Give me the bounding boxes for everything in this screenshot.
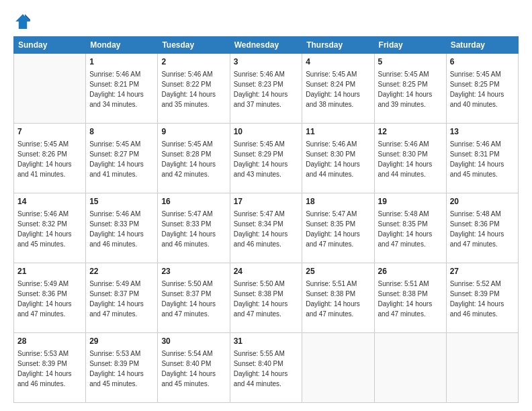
calendar-header-sunday: Sunday	[14, 37, 86, 54]
day-number: 5	[378, 56, 443, 68]
calendar-cell	[374, 333, 446, 403]
day-info: Sunrise: 5:46 AM Sunset: 8:21 PM Dayligh…	[89, 69, 154, 109]
calendar-cell: 28Sunrise: 5:53 AM Sunset: 8:39 PM Dayli…	[14, 333, 86, 403]
day-info: Sunrise: 5:46 AM Sunset: 8:31 PM Dayligh…	[450, 139, 515, 179]
day-number: 8	[89, 126, 154, 138]
header	[13, 12, 519, 31]
day-info: Sunrise: 5:46 AM Sunset: 8:22 PM Dayligh…	[161, 69, 226, 109]
day-info: Sunrise: 5:50 AM Sunset: 8:38 PM Dayligh…	[234, 279, 299, 319]
calendar-cell: 26Sunrise: 5:51 AM Sunset: 8:38 PM Dayli…	[374, 263, 446, 333]
day-info: Sunrise: 5:47 AM Sunset: 8:34 PM Dayligh…	[234, 209, 299, 249]
calendar-cell: 16Sunrise: 5:47 AM Sunset: 8:33 PM Dayli…	[158, 193, 230, 263]
day-info: Sunrise: 5:45 AM Sunset: 8:25 PM Dayligh…	[450, 69, 515, 109]
day-number: 11	[306, 126, 370, 138]
day-info: Sunrise: 5:53 AM Sunset: 8:39 PM Dayligh…	[17, 349, 82, 389]
calendar: SundayMondayTuesdayWednesdayThursdayFrid…	[13, 36, 519, 403]
calendar-cell: 22Sunrise: 5:49 AM Sunset: 8:37 PM Dayli…	[86, 263, 158, 333]
day-number: 19	[378, 196, 443, 208]
calendar-cell: 10Sunrise: 5:45 AM Sunset: 8:29 PM Dayli…	[230, 124, 302, 193]
day-info: Sunrise: 5:45 AM Sunset: 8:28 PM Dayligh…	[161, 139, 226, 179]
calendar-cell: 1Sunrise: 5:46 AM Sunset: 8:21 PM Daylig…	[86, 54, 158, 124]
calendar-header-friday: Friday	[374, 37, 446, 54]
day-number: 10	[234, 126, 299, 138]
day-info: Sunrise: 5:53 AM Sunset: 8:39 PM Dayligh…	[89, 349, 154, 389]
calendar-cell: 5Sunrise: 5:45 AM Sunset: 8:25 PM Daylig…	[374, 54, 446, 124]
calendar-cell: 7Sunrise: 5:45 AM Sunset: 8:26 PM Daylig…	[14, 124, 86, 193]
calendar-cell: 8Sunrise: 5:45 AM Sunset: 8:27 PM Daylig…	[86, 124, 158, 193]
day-number: 29	[89, 336, 154, 347]
day-number: 18	[306, 196, 370, 208]
calendar-header-tuesday: Tuesday	[158, 37, 230, 54]
day-info: Sunrise: 5:45 AM Sunset: 8:29 PM Dayligh…	[234, 139, 299, 179]
day-number: 20	[450, 196, 515, 208]
calendar-header-saturday: Saturday	[446, 37, 518, 54]
day-number: 7	[17, 126, 82, 138]
day-number: 12	[378, 126, 443, 138]
day-info: Sunrise: 5:50 AM Sunset: 8:37 PM Dayligh…	[161, 279, 226, 319]
day-info: Sunrise: 5:49 AM Sunset: 8:37 PM Dayligh…	[89, 279, 154, 319]
day-info: Sunrise: 5:48 AM Sunset: 8:36 PM Dayligh…	[450, 209, 515, 249]
day-info: Sunrise: 5:47 AM Sunset: 8:35 PM Dayligh…	[306, 209, 370, 249]
day-info: Sunrise: 5:51 AM Sunset: 8:38 PM Dayligh…	[378, 279, 443, 319]
day-number: 16	[161, 196, 226, 208]
day-info: Sunrise: 5:45 AM Sunset: 8:27 PM Dayligh…	[89, 139, 154, 179]
day-info: Sunrise: 5:54 AM Sunset: 8:40 PM Dayligh…	[161, 349, 226, 389]
calendar-cell	[446, 333, 518, 403]
calendar-week-4: 21Sunrise: 5:49 AM Sunset: 8:36 PM Dayli…	[14, 263, 519, 333]
day-info: Sunrise: 5:46 AM Sunset: 8:30 PM Dayligh…	[378, 139, 443, 179]
day-info: Sunrise: 5:46 AM Sunset: 8:33 PM Dayligh…	[89, 209, 154, 249]
calendar-week-2: 7Sunrise: 5:45 AM Sunset: 8:26 PM Daylig…	[14, 124, 519, 193]
day-number: 17	[234, 196, 299, 208]
calendar-cell: 27Sunrise: 5:52 AM Sunset: 8:39 PM Dayli…	[446, 263, 518, 333]
day-number: 6	[450, 56, 515, 68]
calendar-cell: 17Sunrise: 5:47 AM Sunset: 8:34 PM Dayli…	[230, 193, 302, 263]
calendar-cell: 6Sunrise: 5:45 AM Sunset: 8:25 PM Daylig…	[446, 54, 518, 124]
calendar-cell: 20Sunrise: 5:48 AM Sunset: 8:36 PM Dayli…	[446, 193, 518, 263]
day-number: 21	[17, 266, 82, 277]
calendar-cell: 21Sunrise: 5:49 AM Sunset: 8:36 PM Dayli…	[14, 263, 86, 333]
day-info: Sunrise: 5:48 AM Sunset: 8:35 PM Dayligh…	[378, 209, 443, 249]
day-info: Sunrise: 5:47 AM Sunset: 8:33 PM Dayligh…	[161, 209, 226, 249]
calendar-header-thursday: Thursday	[302, 37, 374, 54]
day-number: 22	[89, 266, 154, 277]
calendar-header-wednesday: Wednesday	[230, 37, 302, 54]
calendar-cell: 12Sunrise: 5:46 AM Sunset: 8:30 PM Dayli…	[374, 124, 446, 193]
day-number: 28	[17, 336, 82, 347]
day-info: Sunrise: 5:45 AM Sunset: 8:24 PM Dayligh…	[306, 69, 370, 109]
day-number: 4	[306, 56, 370, 68]
calendar-week-5: 28Sunrise: 5:53 AM Sunset: 8:39 PM Dayli…	[14, 333, 519, 403]
calendar-cell: 15Sunrise: 5:46 AM Sunset: 8:33 PM Dayli…	[86, 193, 158, 263]
day-info: Sunrise: 5:46 AM Sunset: 8:32 PM Dayligh…	[17, 209, 82, 249]
day-info: Sunrise: 5:55 AM Sunset: 8:40 PM Dayligh…	[234, 349, 299, 389]
calendar-cell: 9Sunrise: 5:45 AM Sunset: 8:28 PM Daylig…	[158, 124, 230, 193]
calendar-header-monday: Monday	[86, 37, 158, 54]
calendar-cell: 4Sunrise: 5:45 AM Sunset: 8:24 PM Daylig…	[302, 54, 374, 124]
calendar-cell: 14Sunrise: 5:46 AM Sunset: 8:32 PM Dayli…	[14, 193, 86, 263]
day-info: Sunrise: 5:46 AM Sunset: 8:30 PM Dayligh…	[306, 139, 370, 179]
calendar-week-1: 1Sunrise: 5:46 AM Sunset: 8:21 PM Daylig…	[14, 54, 519, 124]
calendar-cell: 3Sunrise: 5:46 AM Sunset: 8:23 PM Daylig…	[230, 54, 302, 124]
calendar-cell: 2Sunrise: 5:46 AM Sunset: 8:22 PM Daylig…	[158, 54, 230, 124]
day-number: 9	[161, 126, 226, 138]
day-info: Sunrise: 5:45 AM Sunset: 8:26 PM Dayligh…	[17, 139, 82, 179]
calendar-cell	[302, 333, 374, 403]
calendar-cell: 30Sunrise: 5:54 AM Sunset: 8:40 PM Dayli…	[158, 333, 230, 403]
calendar-cell: 11Sunrise: 5:46 AM Sunset: 8:30 PM Dayli…	[302, 124, 374, 193]
calendar-cell: 23Sunrise: 5:50 AM Sunset: 8:37 PM Dayli…	[158, 263, 230, 333]
logo-icon	[13, 12, 32, 31]
day-number: 30	[161, 336, 226, 347]
day-number: 27	[450, 266, 515, 277]
calendar-cell: 18Sunrise: 5:47 AM Sunset: 8:35 PM Dayli…	[302, 193, 374, 263]
calendar-cell: 29Sunrise: 5:53 AM Sunset: 8:39 PM Dayli…	[86, 333, 158, 403]
day-number: 26	[378, 266, 443, 277]
day-number: 3	[234, 56, 299, 68]
calendar-cell	[14, 54, 86, 124]
calendar-cell: 31Sunrise: 5:55 AM Sunset: 8:40 PM Dayli…	[230, 333, 302, 403]
day-number: 1	[89, 56, 154, 68]
day-info: Sunrise: 5:45 AM Sunset: 8:25 PM Dayligh…	[378, 69, 443, 109]
day-number: 25	[306, 266, 370, 277]
day-number: 31	[234, 336, 299, 347]
day-info: Sunrise: 5:51 AM Sunset: 8:38 PM Dayligh…	[306, 279, 370, 319]
calendar-cell: 13Sunrise: 5:46 AM Sunset: 8:31 PM Dayli…	[446, 124, 518, 193]
day-info: Sunrise: 5:49 AM Sunset: 8:36 PM Dayligh…	[17, 279, 82, 319]
